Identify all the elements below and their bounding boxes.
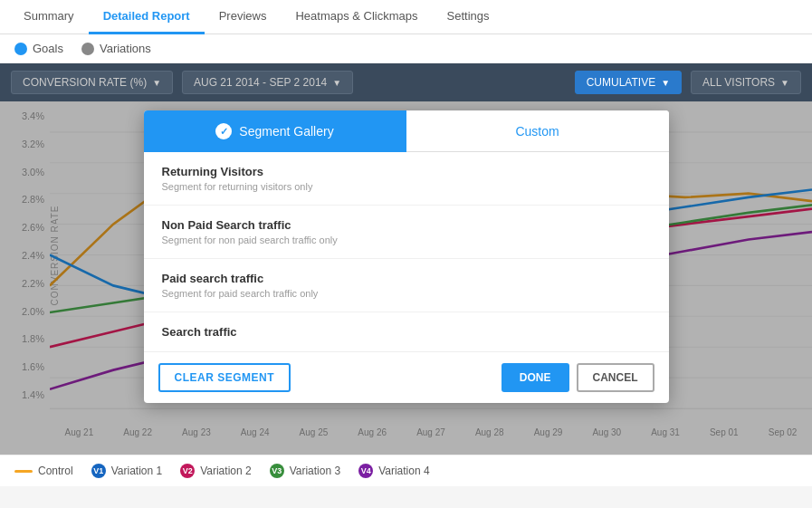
legend-v4: V4 Variation 4 xyxy=(358,464,429,478)
clear-segment-button[interactable]: CLEAR SEGMENT xyxy=(158,363,291,392)
v1-dot-icon: V1 xyxy=(91,464,106,478)
tab-previews[interactable]: Previews xyxy=(205,0,282,34)
control-label: Control xyxy=(38,465,73,477)
legend-v3: V3 Variation 3 xyxy=(270,464,340,478)
segment-name-search: Search traffic xyxy=(162,325,651,339)
segment-item-nonpaid[interactable]: Non Paid Search traffic Segment for non … xyxy=(144,206,669,259)
v2-dot-icon: V2 xyxy=(180,464,195,478)
cumulative-arrow-icon: ▼ xyxy=(661,78,670,88)
tab-summary[interactable]: Summary xyxy=(9,0,89,34)
check-icon xyxy=(215,123,232,139)
legend-control: Control xyxy=(14,465,73,477)
goals-pill[interactable]: Goals xyxy=(14,42,63,55)
segment-name-nonpaid: Non Paid Search traffic xyxy=(162,218,651,232)
cancel-button[interactable]: CANCEL xyxy=(577,363,654,392)
tab-detailed-report[interactable]: Detailed Report xyxy=(89,0,205,34)
legend-v2: V2 Variation 2 xyxy=(180,464,251,478)
modal-overlay: Segment Gallery Custom Returning Visitor… xyxy=(0,101,812,455)
chart-area: 3.4% 3.2% 3.0% 2.8% 2.6% 2.4% 2.2% 2.0% … xyxy=(0,101,812,455)
segment-gallery-tab[interactable]: Segment Gallery xyxy=(144,110,406,152)
toolbar: CONVERSION RATE (%) ▼ AUG 21 2014 - SEP … xyxy=(0,63,812,101)
variations-pill[interactable]: Variations xyxy=(81,42,151,55)
conversion-rate-button[interactable]: CONVERSION RATE (%) ▼ xyxy=(11,71,173,94)
segment-modal: Segment Gallery Custom Returning Visitor… xyxy=(144,110,669,403)
goals-label: Goals xyxy=(33,42,63,55)
v1-label: Variation 1 xyxy=(111,465,162,477)
cumulative-button[interactable]: CUMULATIVE ▼ xyxy=(575,71,682,94)
tab-settings[interactable]: Settings xyxy=(433,0,504,34)
modal-footer: CLEAR SEGMENT DONE CANCEL xyxy=(144,351,669,403)
segment-gallery-label: Segment Gallery xyxy=(239,124,333,139)
goals-dot xyxy=(14,43,27,55)
segment-desc-paid: Segment for paid search traffic only xyxy=(162,288,651,299)
all-visitors-label: ALL VISITORS xyxy=(702,76,775,89)
v3-label: Variation 3 xyxy=(290,465,340,477)
date-range-arrow-icon: ▼ xyxy=(332,78,341,88)
segment-desc-nonpaid: Segment for non paid search traffic only xyxy=(162,235,651,245)
custom-tab[interactable]: Custom xyxy=(406,110,669,152)
segment-item-returning[interactable]: Returning Visitors Segment for returning… xyxy=(144,152,669,206)
cumulative-label: CUMULATIVE xyxy=(587,76,655,89)
segment-item-paid[interactable]: Paid search traffic Segment for paid sea… xyxy=(144,259,669,312)
v4-dot-icon: V4 xyxy=(358,464,373,478)
top-nav: Summary Detailed Report Previews Heatmap… xyxy=(0,0,812,34)
segment-name-returning: Returning Visitors xyxy=(162,165,651,178)
control-line-icon xyxy=(14,470,33,473)
sub-nav: Goals Variations xyxy=(0,34,812,63)
conversion-rate-label: CONVERSION RATE (%) xyxy=(23,76,147,89)
segment-item-search[interactable]: Search traffic xyxy=(144,312,669,351)
modal-footer-right: DONE CANCEL xyxy=(502,363,654,392)
custom-label: Custom xyxy=(515,124,559,139)
conversion-rate-arrow-icon: ▼ xyxy=(152,78,161,88)
segment-desc-returning: Segment for returning visitors only xyxy=(162,181,651,192)
all-visitors-button[interactable]: ALL VISITORS ▼ xyxy=(691,71,801,94)
legend: Control V1 Variation 1 V2 Variation 2 V3… xyxy=(0,455,812,486)
v2-label: Variation 2 xyxy=(200,465,251,477)
date-range-label: AUG 21 2014 - SEP 2 2014 xyxy=(194,76,327,89)
date-range-button[interactable]: AUG 21 2014 - SEP 2 2014 ▼ xyxy=(182,71,353,94)
variations-label: Variations xyxy=(100,42,151,55)
legend-v1: V1 Variation 1 xyxy=(91,464,162,478)
segment-list[interactable]: Returning Visitors Segment for returning… xyxy=(144,152,669,351)
v3-dot-icon: V3 xyxy=(270,464,284,478)
segment-name-paid: Paid search traffic xyxy=(162,272,651,285)
modal-tabs: Segment Gallery Custom xyxy=(144,110,669,152)
variations-dot xyxy=(81,43,94,55)
v4-label: Variation 4 xyxy=(378,465,429,477)
all-visitors-arrow-icon: ▼ xyxy=(780,78,789,88)
tab-heatmaps[interactable]: Heatmaps & Clickmaps xyxy=(281,0,432,34)
done-button[interactable]: DONE xyxy=(502,363,569,392)
